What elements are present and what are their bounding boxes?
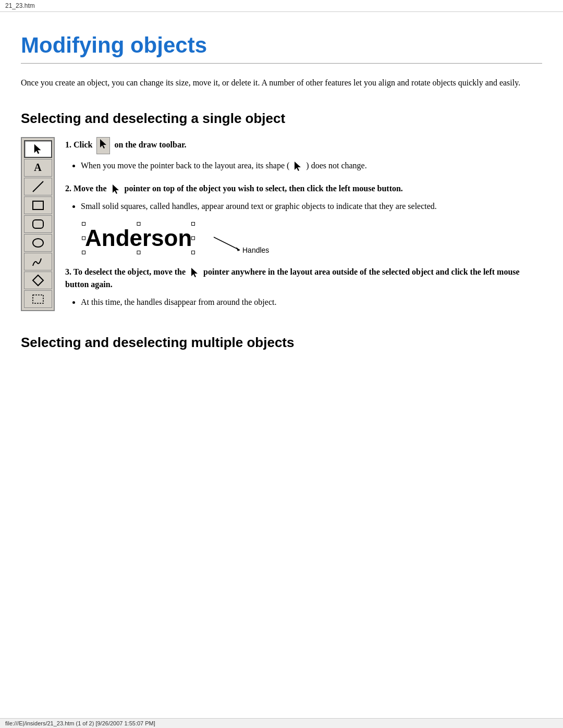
- ellipse-icon: [31, 236, 45, 250]
- step1-block: 1. Click on the draw toolbar. When you m…: [65, 137, 542, 172]
- page-content: Modifying objects Once you create an obj…: [0, 12, 563, 382]
- handle-tr: [191, 222, 195, 226]
- toolbar-text-tool: A: [24, 159, 52, 177]
- toolbar-rect-tool: [24, 196, 52, 214]
- line-icon: [31, 179, 45, 194]
- step3-bullet1: At this time, the handles disappear from…: [81, 296, 542, 309]
- demo-word: Anderson: [85, 225, 192, 251]
- handle-br: [191, 251, 195, 254]
- arrow-cursor-step2-icon: [111, 184, 120, 194]
- cursor-button-image: [96, 137, 110, 154]
- arrow-cursor-toolbar-icon: [99, 139, 108, 149]
- toolbar-freehand-tool: [24, 253, 52, 270]
- handle-mr: [191, 236, 195, 240]
- step1-bullets: When you move the pointer back to the la…: [81, 159, 542, 172]
- intro-text: Once you create an object, you can chang…: [21, 76, 521, 90]
- handle-bc: [137, 251, 140, 254]
- toolbar-select-tool: [24, 140, 52, 158]
- draw-toolbar: A: [21, 137, 55, 311]
- select-cursor-icon: [32, 143, 44, 155]
- step2-bullet1: Small solid squares, called handles, app…: [81, 200, 542, 213]
- step3-text: 3. To deselect the object, move the poin…: [65, 266, 542, 291]
- section1-content: A: [21, 137, 542, 319]
- svg-marker-5: [33, 275, 43, 286]
- svg-rect-3: [33, 220, 43, 228]
- step3-block: 3. To deselect the object, move the poin…: [65, 266, 542, 309]
- svg-marker-9: [113, 184, 119, 194]
- step2-bullets: Small solid squares, called handles, app…: [81, 200, 542, 213]
- svg-text:Handles: Handles: [242, 246, 269, 254]
- svg-marker-8: [295, 162, 301, 171]
- svg-rect-6: [33, 295, 43, 303]
- svg-line-10: [214, 237, 240, 250]
- text-tool-label: A: [34, 162, 41, 174]
- page-title: Modifying objects: [21, 33, 542, 58]
- section1-heading: Selecting and deselecting a single objec…: [21, 110, 542, 127]
- step1-bullet1: When you move the pointer back to the la…: [81, 159, 542, 172]
- svg-rect-2: [33, 201, 43, 209]
- status-text: file:///E|/insiders/21_23.htm (1 of 2) […: [5, 720, 155, 726]
- step3-bullets: At this time, the handles disappear from…: [81, 296, 542, 309]
- svg-marker-11: [236, 247, 240, 251]
- svg-line-1: [33, 181, 43, 192]
- toolbar-column: A: [21, 137, 55, 319]
- rounded-rect-icon: [31, 217, 45, 231]
- svg-marker-13: [191, 268, 198, 277]
- handle-bl: [82, 251, 85, 254]
- step1-text: 1. Click on the draw toolbar.: [65, 137, 542, 154]
- title-divider: [21, 63, 542, 64]
- diamond-icon: [31, 273, 45, 288]
- step2-text: 2. Move the pointer on top of the object…: [65, 182, 542, 195]
- status-bar: file:///E|/insiders/21_23.htm (1 of 2) […: [0, 718, 563, 728]
- arrow-cursor-step3-icon: [190, 267, 199, 278]
- step2-block: 2. Move the pointer on top of the object…: [65, 182, 542, 255]
- toolbar-line-tool: [24, 178, 52, 195]
- freehand-icon: [31, 254, 45, 269]
- handles-demo-container: Anderson Handles: [81, 221, 542, 255]
- handle-tl: [82, 222, 85, 226]
- handle-tc: [137, 222, 140, 226]
- cursor-inline-icon: [293, 161, 302, 171]
- handles-arrow-svg: Handles: [209, 235, 271, 255]
- section2-heading: Selecting and deselecting multiple objec…: [21, 335, 542, 351]
- handles-label-container: Handles: [209, 235, 271, 255]
- svg-marker-0: [34, 144, 41, 154]
- toolbar-ellipse-tool: [24, 234, 52, 252]
- toolbar-marquee-tool: [24, 290, 52, 308]
- browser-filename: 21_23.htm: [5, 2, 35, 9]
- svg-point-4: [33, 239, 43, 247]
- browser-bar: 21_23.htm: [0, 0, 563, 12]
- handle-ml: [82, 236, 85, 240]
- svg-marker-7: [100, 139, 106, 149]
- toolbar-diamond-tool: [24, 272, 52, 289]
- handles-demo: Anderson: [81, 221, 196, 255]
- marquee-icon: [31, 292, 45, 306]
- toolbar-rounded-rect-tool: [24, 215, 52, 233]
- anderson-text-demo: Anderson: [81, 221, 196, 255]
- rect-icon: [31, 198, 45, 213]
- steps-content: 1. Click on the draw toolbar. When you m…: [65, 137, 542, 319]
